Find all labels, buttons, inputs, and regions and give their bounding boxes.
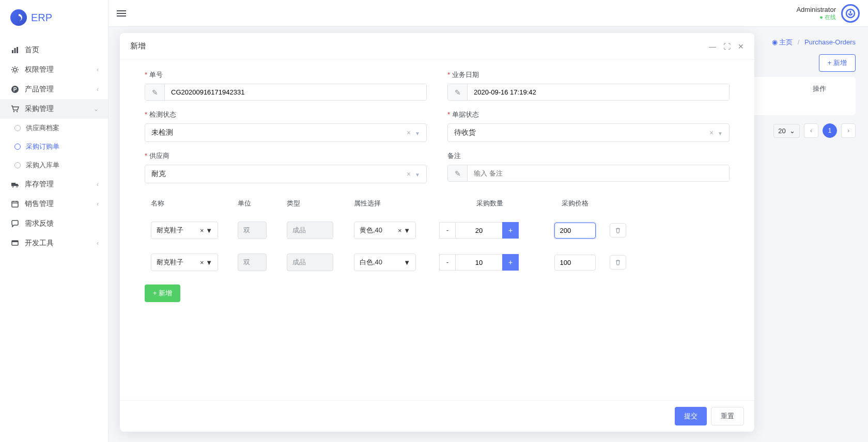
clear-icon[interactable]: ×	[398, 227, 402, 234]
input-biz-date[interactable]: ✎	[447, 84, 730, 101]
select-supplier[interactable]: 耐克 ×▼	[145, 165, 427, 183]
clear-icon[interactable]: ×	[200, 227, 204, 234]
remark-field[interactable]	[468, 165, 729, 181]
qty-plus[interactable]: +	[502, 254, 519, 271]
item-name-select[interactable]: 耐克鞋子 × ▼	[151, 222, 218, 239]
item-row: 耐克鞋子 × ▼ 双 成品 白色,40 ▼ - +	[145, 246, 730, 278]
dashboard-icon: ◉	[772, 38, 778, 46]
breadcrumb-home[interactable]: 主页	[779, 38, 793, 46]
svg-rect-2	[17, 47, 18, 53]
item-attr-select[interactable]: 白色,40 ▼	[354, 254, 416, 271]
qty-stepper: - +	[439, 222, 540, 239]
breadcrumb-sep: /	[798, 38, 800, 46]
select-check-status[interactable]: 未检测 ×▼	[145, 123, 427, 142]
item-name-select[interactable]: 耐克鞋子 × ▼	[151, 254, 218, 271]
logo[interactable]: ERP	[0, 0, 108, 35]
menu-toggle[interactable]	[117, 10, 126, 17]
dev-icon	[10, 239, 20, 248]
minimize-icon[interactable]: —	[709, 42, 716, 51]
price-input[interactable]	[554, 255, 596, 271]
item-type: 成品	[287, 254, 333, 271]
clear-icon[interactable]: ×	[200, 259, 204, 266]
logo-icon	[10, 9, 27, 26]
page-number[interactable]: 1	[823, 123, 837, 138]
input-remark[interactable]: ✎	[447, 165, 730, 182]
gear-icon	[10, 65, 20, 74]
chart-icon	[10, 45, 20, 55]
nav-item-home[interactable]: 首页	[0, 40, 108, 60]
svg-point-10	[17, 186, 18, 187]
add-row-button[interactable]: + 新增	[145, 285, 180, 302]
page-size-select[interactable]: 20 ⌄	[773, 124, 800, 138]
chevron-left-icon: ‹	[97, 66, 99, 73]
item-type: 成品	[287, 222, 333, 239]
svg-text:P: P	[13, 87, 17, 92]
user-box[interactable]: Administrator 在线	[796, 4, 860, 23]
page-next[interactable]: ›	[841, 123, 856, 138]
qty-stepper: - +	[439, 254, 540, 271]
col-qty: 采购数量	[439, 199, 540, 208]
breadcrumb-current[interactable]: Purchase-Orders	[804, 38, 856, 46]
label-doc-status: 单据状态	[447, 110, 730, 119]
select-doc-status[interactable]: 待收货 ×▼	[447, 123, 730, 142]
nav-item-inventory[interactable]: 库存管理 ‹	[0, 175, 108, 194]
pencil-icon: ✎	[448, 165, 468, 181]
qty-input[interactable]	[456, 254, 502, 271]
item-unit: 双	[238, 254, 267, 271]
svg-point-3	[13, 68, 17, 71]
nav-item-feedback[interactable]: 需求反馈	[0, 214, 108, 233]
add-button[interactable]: + 新增	[819, 54, 856, 72]
delete-row-button[interactable]	[610, 223, 626, 238]
item-attr-select[interactable]: 黄色,40 × ▼	[354, 222, 416, 239]
svg-rect-8	[11, 183, 16, 186]
order-no-field[interactable]	[165, 84, 426, 100]
qty-plus[interactable]: +	[502, 222, 519, 239]
submenu-purchase-in[interactable]: 采购入库单	[0, 156, 108, 175]
clear-icon[interactable]: ×	[407, 170, 411, 178]
submenu-label: 供应商档案	[26, 123, 59, 133]
svg-point-7	[17, 111, 18, 112]
pencil-icon: ✎	[145, 84, 165, 100]
nav-label: 销售管理	[25, 199, 54, 209]
nav-item-purchase[interactable]: 采购管理 ⌄	[0, 99, 108, 119]
qty-input[interactable]	[456, 222, 502, 239]
topbar: Administrator 在线	[109, 0, 868, 27]
qty-minus[interactable]: -	[439, 222, 456, 239]
qty-minus[interactable]: -	[439, 254, 456, 271]
nav: 首页 权限管理 ‹ P 产品管理 ‹ 采购管理 ⌄ 供应商档案 采购订购单 采购…	[0, 35, 108, 258]
submenu-purchase-order[interactable]: 采购订购单	[0, 137, 108, 156]
nav-item-sales[interactable]: 销售管理 ‹	[0, 194, 108, 214]
col-type: 类型	[287, 199, 354, 208]
caret-down-icon: ▼	[206, 227, 212, 234]
clear-icon[interactable]: ×	[709, 129, 714, 137]
delete-row-button[interactable]	[610, 255, 626, 270]
avatar[interactable]	[841, 4, 860, 23]
label-check-status: 检测状态	[145, 110, 427, 119]
submenu-label: 采购入库单	[26, 161, 59, 170]
nav-label: 库存管理	[25, 180, 54, 189]
submit-button[interactable]: 提交	[675, 407, 707, 425]
input-order-no[interactable]: ✎	[145, 84, 427, 101]
biz-date-field[interactable]	[468, 84, 729, 100]
page-prev[interactable]: ‹	[804, 123, 818, 138]
reset-button[interactable]: 重置	[711, 407, 744, 425]
nav-item-dev[interactable]: 开发工具 ‹	[0, 233, 108, 253]
col-name: 名称	[145, 199, 238, 208]
nav-item-permission[interactable]: 权限管理 ‹	[0, 60, 108, 80]
table-col-action: 操作	[794, 84, 845, 93]
maximize-icon[interactable]: ⛶	[723, 42, 731, 51]
nav-item-product[interactable]: P 产品管理 ‹	[0, 80, 108, 99]
svg-rect-1	[14, 48, 16, 53]
clear-icon[interactable]: ×	[407, 129, 411, 137]
nav-label: 需求反馈	[25, 219, 54, 228]
close-icon[interactable]: ✕	[738, 42, 744, 51]
chevron-left-icon: ‹	[97, 200, 99, 208]
breadcrumb: ◉ 主页 / Purchase-Orders	[772, 38, 856, 47]
price-input[interactable]	[554, 223, 596, 239]
svg-point-9	[12, 186, 14, 187]
col-attr: 属性选择	[354, 199, 439, 208]
modal-add: 新增 — ⛶ ✕ 单号 ✎ 业务日期 ✎	[120, 33, 754, 432]
submenu-label: 采购订购单	[26, 142, 59, 151]
submenu-supplier[interactable]: 供应商档案	[0, 119, 108, 137]
svg-point-6	[13, 111, 14, 112]
